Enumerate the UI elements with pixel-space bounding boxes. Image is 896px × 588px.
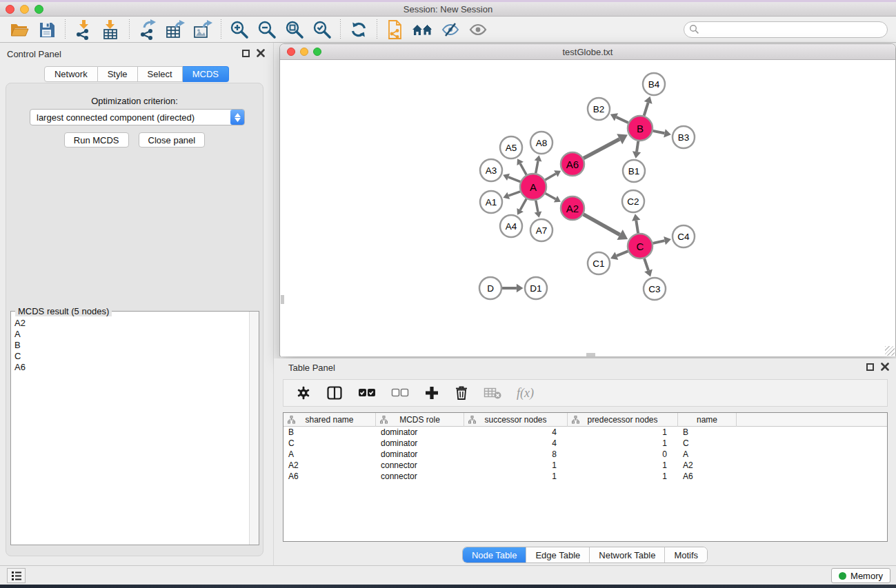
column-header-predecessor-nodes[interactable]: predecessor nodes <box>568 413 678 427</box>
save-session-button[interactable] <box>33 19 61 41</box>
tab-mcds[interactable]: MCDS <box>183 66 229 82</box>
function-builder-button[interactable]: f(x) <box>517 386 534 401</box>
column-header-name[interactable]: name <box>678 413 737 427</box>
graph-edge-A-A8[interactable] <box>536 161 538 173</box>
table-settings-button[interactable] <box>296 385 311 401</box>
float-panel-icon[interactable] <box>866 363 874 371</box>
graph-edge-A-A5[interactable] <box>520 163 526 174</box>
graph-node-C1[interactable]: C1 <box>588 252 610 274</box>
result-item[interactable]: B <box>14 340 248 351</box>
result-item[interactable]: C <box>14 351 248 362</box>
graph-node-A7[interactable]: A7 <box>530 219 552 241</box>
graph-edge-C-C1[interactable] <box>617 251 628 256</box>
result-item[interactable]: A <box>14 329 248 340</box>
graph-node-B[interactable]: B <box>628 116 653 141</box>
graph-edge-A2-C[interactable] <box>584 214 620 235</box>
column-header-shared-name[interactable]: shared name <box>283 413 376 427</box>
graph-node-B3[interactable]: B3 <box>673 126 695 148</box>
table-row[interactable]: A6connector11A6 <box>283 471 887 482</box>
graph-edge-B-B4[interactable] <box>644 103 648 116</box>
delete-table-button[interactable] <box>484 386 501 400</box>
show-graphics-button[interactable] <box>464 19 492 41</box>
graph-edge-B-B3[interactable] <box>653 131 665 133</box>
tab-network-table[interactable]: Network Table <box>589 547 664 562</box>
deselect-all-button[interactable] <box>391 387 409 399</box>
select-all-button[interactable] <box>358 387 376 399</box>
graph-node-A4[interactable]: A4 <box>500 215 522 237</box>
close-panel-icon[interactable] <box>257 49 265 57</box>
graph-node-D[interactable]: D <box>479 277 501 299</box>
import-network-button[interactable] <box>70 19 97 41</box>
graph-node-C[interactable]: C <box>628 234 653 258</box>
network-window-titlebar[interactable]: testGlobe.txt <box>280 44 895 60</box>
horizontal-scroll-indicator[interactable] <box>586 353 595 356</box>
table-row[interactable]: Cdominator41C <box>283 438 887 449</box>
graph-node-A6[interactable]: A6 <box>561 152 584 176</box>
task-history-button[interactable] <box>7 568 26 583</box>
tab-node-table[interactable]: Node Table <box>463 547 526 562</box>
result-item[interactable]: A6 <box>14 362 248 373</box>
graph-node-C3[interactable]: C3 <box>644 278 666 300</box>
graph-node-D1[interactable]: D1 <box>525 277 547 299</box>
table-row[interactable]: Adominator80A <box>283 449 887 460</box>
import-table-button[interactable] <box>97 19 125 41</box>
float-panel-icon[interactable] <box>242 50 250 57</box>
close-panel-icon[interactable] <box>881 363 889 371</box>
tab-edge-table[interactable]: Edge Table <box>526 547 589 562</box>
refresh-button[interactable] <box>345 19 372 41</box>
graph-edge-A-A6[interactable] <box>545 174 556 180</box>
graph-edge-B-B1[interactable] <box>637 141 638 152</box>
graph-node-C4[interactable]: C4 <box>673 225 695 247</box>
open-session-button[interactable] <box>6 19 33 41</box>
table-row[interactable]: A2connector11A2 <box>283 460 887 471</box>
show-columns-button[interactable] <box>326 385 343 401</box>
hide-graphics-button[interactable] <box>437 19 464 41</box>
memory-button[interactable]: Memory <box>831 568 890 583</box>
graph-edge-A-A4[interactable] <box>520 199 526 210</box>
table-row[interactable]: Bdominator41B <box>283 427 887 438</box>
zoom-in-button[interactable] <box>226 19 253 41</box>
graph-edge-A-A3[interactable] <box>508 177 520 182</box>
graph-edge-C-C4[interactable] <box>653 241 665 243</box>
new-network-button[interactable] <box>381 19 409 41</box>
zoom-selected-button[interactable] <box>308 19 336 41</box>
search-input[interactable] <box>684 21 888 38</box>
tab-network[interactable]: Network <box>44 66 98 82</box>
graph-edge-A-A2[interactable] <box>546 194 556 199</box>
graph-node-A5[interactable]: A5 <box>500 136 522 159</box>
column-header-successor-nodes[interactable]: successor nodes <box>464 413 568 427</box>
tab-style[interactable]: Style <box>98 66 138 82</box>
export-image-button[interactable] <box>189 19 217 41</box>
close-panel-button[interactable]: Close panel <box>139 132 206 148</box>
delete-column-button[interactable] <box>455 385 468 401</box>
graph-edge-A-A1[interactable] <box>508 192 520 196</box>
zoom-fit-button[interactable] <box>281 19 308 41</box>
zoom-out-button[interactable] <box>253 19 281 41</box>
export-network-button[interactable] <box>134 19 161 41</box>
graph-node-A3[interactable]: A3 <box>480 159 502 181</box>
graph-edge-A6-B[interactable] <box>584 139 619 159</box>
export-table-button[interactable] <box>161 19 189 41</box>
resize-grip[interactable] <box>885 346 895 356</box>
graph-edge-C-C3[interactable] <box>644 258 648 270</box>
home-button[interactable] <box>409 19 437 41</box>
graph-node-C2[interactable]: C2 <box>622 190 644 212</box>
graph-node-B1[interactable]: B1 <box>623 160 645 182</box>
graph-node-B4[interactable]: B4 <box>643 73 665 95</box>
network-canvas[interactable]: AA1A3A5A8A6A2A4A7BB1B2B3B4CC1C2C3C4DD1 <box>281 61 895 356</box>
add-column-button[interactable] <box>424 385 439 401</box>
vertical-scroll-indicator[interactable] <box>281 295 284 304</box>
graph-edge-B-B2[interactable] <box>616 117 628 123</box>
graph-node-B2[interactable]: B2 <box>588 98 610 120</box>
graph-edge-C-C2[interactable] <box>636 221 638 233</box>
result-item[interactable]: A2 <box>14 318 248 329</box>
run-mcds-button[interactable]: Run MCDS <box>64 132 129 148</box>
graph-node-A1[interactable]: A1 <box>480 191 502 213</box>
result-scrollbar[interactable] <box>249 312 259 545</box>
criterion-select[interactable]: largest connected component (directed) <box>30 109 245 125</box>
tab-select[interactable]: Select <box>138 66 183 82</box>
graph-node-A8[interactable]: A8 <box>530 132 552 154</box>
graph-node-A[interactable]: A <box>520 174 546 200</box>
tab-motifs[interactable]: Motifs <box>664 547 707 562</box>
graph-node-A2[interactable]: A2 <box>561 196 584 220</box>
